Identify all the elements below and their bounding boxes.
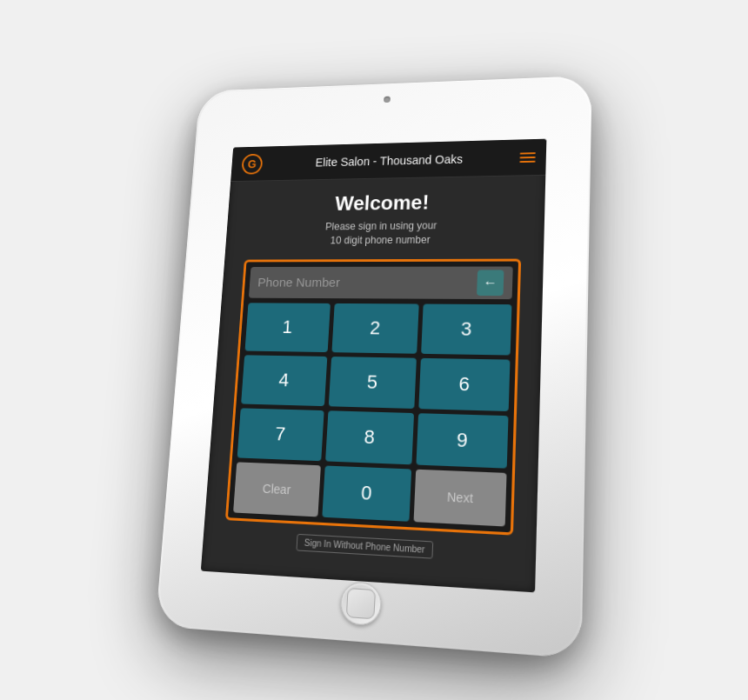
logo-symbol: G xyxy=(248,157,257,170)
welcome-title: Welcome! xyxy=(335,190,430,215)
ipad-wrapper: G Elite Salon - Thousand Oaks Welcome! P… xyxy=(156,75,592,658)
next-button[interactable]: Next xyxy=(414,469,507,526)
subtitle-line2: 10 digit phone number xyxy=(330,233,430,245)
ipad-shell: G Elite Salon - Thousand Oaks Welcome! P… xyxy=(156,75,592,658)
home-button-inner xyxy=(346,587,376,618)
camera-dot xyxy=(384,96,391,103)
scene: G Elite Salon - Thousand Oaks Welcome! P… xyxy=(0,0,748,700)
key-5[interactable]: 5 xyxy=(328,356,417,408)
clear-button[interactable]: Clear xyxy=(233,461,320,516)
key-9[interactable]: 9 xyxy=(417,412,509,467)
keypad-container: Phone Number ← 1 2 3 4 5 6 7 8 xyxy=(225,258,521,535)
key-3[interactable]: 3 xyxy=(421,303,511,355)
key-8[interactable]: 8 xyxy=(325,410,415,463)
menu-line-2 xyxy=(520,156,536,157)
subtitle-line1: Please sign in using your xyxy=(325,219,437,232)
backspace-button[interactable]: ← xyxy=(477,270,504,296)
ipad-screen: G Elite Salon - Thousand Oaks Welcome! P… xyxy=(201,138,547,592)
sign-in-link-text[interactable]: Sign In Without Phone Number xyxy=(297,533,434,558)
top-bar: G Elite Salon - Thousand Oaks xyxy=(230,138,546,181)
phone-input-placeholder: Phone Number xyxy=(257,275,478,290)
key-4[interactable]: 4 xyxy=(241,354,327,405)
number-grid: 1 2 3 4 5 6 7 8 9 Clear 0 Next xyxy=(233,302,511,525)
key-7[interactable]: 7 xyxy=(237,407,324,460)
app-logo: G xyxy=(240,152,264,175)
home-button[interactable] xyxy=(339,581,382,626)
key-2[interactable]: 2 xyxy=(331,303,419,353)
logo-circle: G xyxy=(241,153,263,174)
app-content: Welcome! Please sign in using your 10 di… xyxy=(202,175,545,571)
welcome-subtitle: Please sign in using your 10 digit phone… xyxy=(324,218,437,247)
key-1[interactable]: 1 xyxy=(245,302,331,351)
menu-line-1 xyxy=(520,151,536,153)
sign-in-without-phone-link[interactable]: Sign In Without Phone Number xyxy=(297,532,434,557)
menu-icon[interactable] xyxy=(519,151,535,162)
phone-input-row[interactable]: Phone Number ← xyxy=(249,266,513,299)
key-0[interactable]: 0 xyxy=(322,465,412,521)
key-6[interactable]: 6 xyxy=(419,357,511,410)
app-title: Elite Salon - Thousand Oaks xyxy=(263,150,520,170)
menu-line-3 xyxy=(519,160,535,162)
